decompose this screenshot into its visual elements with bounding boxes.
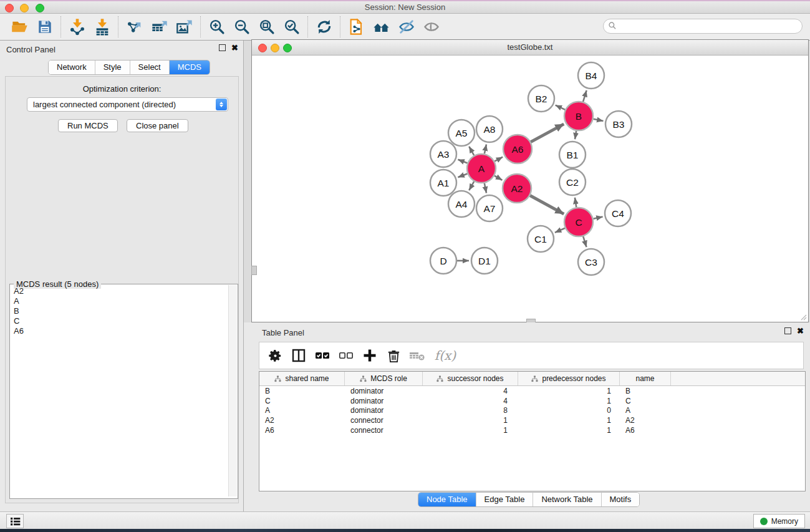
graph-edge[interactable] bbox=[494, 176, 503, 180]
graph-edge[interactable] bbox=[575, 198, 576, 208]
network-window-title: testGlobe.txt bbox=[252, 42, 808, 52]
graph-edge[interactable] bbox=[458, 160, 467, 163]
tab-style[interactable]: Style bbox=[95, 60, 130, 74]
panel-divider-handle[interactable] bbox=[251, 266, 257, 275]
dropdown-value: largest connected component (directed) bbox=[33, 100, 176, 109]
float-panel-icon[interactable] bbox=[219, 44, 226, 51]
resize-grip-icon[interactable] bbox=[801, 314, 807, 321]
graph-edge[interactable] bbox=[594, 119, 604, 121]
graph-edge[interactable] bbox=[458, 173, 467, 177]
column-header[interactable]: MCDS role bbox=[345, 372, 423, 385]
list-item[interactable]: A bbox=[10, 296, 227, 306]
graph-edge[interactable] bbox=[556, 105, 566, 110]
optimization-criterion-dropdown[interactable]: largest connected component (directed) bbox=[27, 97, 228, 112]
network-window-titlebar[interactable]: testGlobe.txt bbox=[252, 40, 808, 56]
zoom-out-icon[interactable] bbox=[229, 16, 254, 38]
list-item[interactable]: B bbox=[10, 306, 227, 316]
memory-button[interactable]: Memory bbox=[753, 514, 805, 528]
graph-edge[interactable] bbox=[530, 195, 564, 214]
tab-select[interactable]: Select bbox=[130, 60, 169, 74]
dropdown-stepper-icon bbox=[216, 99, 227, 110]
close-panel-icon[interactable]: ✖ bbox=[231, 44, 238, 51]
list-item[interactable]: A6 bbox=[10, 326, 227, 336]
zoom-fit-icon[interactable] bbox=[254, 16, 279, 38]
graph-node-label: C3 bbox=[585, 257, 597, 268]
delete-columns-icon[interactable] bbox=[383, 345, 404, 366]
search-input[interactable] bbox=[603, 19, 803, 34]
network-canvas[interactable]: B4B2BB3A8A5A6A3B1AA1C2A2A4A7C4CC1C3DD1 bbox=[252, 56, 808, 322]
graph-edge[interactable] bbox=[469, 181, 474, 190]
tab-mcds[interactable]: MCDS bbox=[169, 60, 210, 74]
export-table-icon[interactable] bbox=[147, 16, 172, 38]
graph-edge[interactable] bbox=[555, 228, 565, 233]
result-scrollbar[interactable] bbox=[228, 285, 237, 496]
table-row[interactable]: Adominator80A bbox=[259, 406, 805, 416]
import-network-icon[interactable] bbox=[65, 16, 90, 38]
column-header[interactable]: predecessor nodes bbox=[518, 372, 620, 385]
table-row[interactable]: Bdominator41B bbox=[259, 386, 805, 396]
column-header[interactable]: name bbox=[620, 372, 671, 385]
tab-edge-table[interactable]: Edge Table bbox=[476, 493, 533, 506]
control-panel: Control Panel ✖ Network Style Select MCD… bbox=[0, 41, 244, 511]
graph-edge[interactable] bbox=[583, 236, 586, 247]
float-panel-icon[interactable] bbox=[784, 327, 791, 334]
tab-node-table[interactable]: Node Table bbox=[418, 493, 476, 506]
table-panel-title: Table Panel bbox=[262, 328, 304, 337]
search-icon bbox=[608, 21, 617, 30]
close-panel-button[interactable]: Close panel bbox=[127, 119, 188, 132]
control-panel-title: Control Panel bbox=[6, 45, 55, 54]
clear-all-checks-icon[interactable] bbox=[335, 345, 357, 366]
hide-selected-icon[interactable] bbox=[394, 16, 419, 38]
network-view-window: testGlobe.txt B4B2BB3A8A5A6A3B1AA1C2A2A4… bbox=[251, 39, 809, 322]
graph-node-label: D1 bbox=[478, 256, 491, 266]
tab-motifs[interactable]: Motifs bbox=[601, 493, 640, 506]
desktop-sliver-top bbox=[0, 0, 810, 1]
graph-node-label: A bbox=[478, 163, 485, 174]
show-log-button[interactable] bbox=[6, 514, 24, 528]
import-table-icon[interactable] bbox=[90, 16, 115, 38]
zoom-in-icon[interactable] bbox=[205, 16, 229, 38]
tab-network-table[interactable]: Network Table bbox=[533, 493, 600, 506]
tab-network[interactable]: Network bbox=[49, 60, 95, 74]
new-network-from-selection-icon[interactable] bbox=[344, 16, 369, 38]
graph-node-label: C1 bbox=[534, 234, 547, 244]
save-session-icon[interactable] bbox=[32, 16, 57, 38]
first-neighbors-icon[interactable] bbox=[369, 16, 394, 38]
export-network-icon[interactable] bbox=[122, 16, 147, 38]
list-item[interactable]: A2 bbox=[10, 286, 227, 296]
graph-node-label: C bbox=[575, 217, 582, 228]
apply-layout-icon[interactable] bbox=[312, 16, 337, 38]
graph-edge[interactable] bbox=[485, 183, 486, 193]
apply-function-icon: f(x) bbox=[430, 345, 460, 366]
export-image-icon[interactable] bbox=[172, 16, 197, 38]
table-row[interactable]: A6connector11A6 bbox=[259, 425, 805, 435]
mcds-tab-panel: Optimization criterion: largest connecte… bbox=[5, 76, 239, 503]
table-row[interactable]: A2connector111A2 bbox=[259, 415, 805, 425]
graph-edge[interactable] bbox=[469, 147, 474, 155]
table-row[interactable]: Cdominator41C bbox=[259, 396, 805, 406]
show-all-icon[interactable] bbox=[419, 16, 444, 38]
column-header[interactable]: shared name bbox=[259, 372, 345, 385]
graph-edge[interactable] bbox=[531, 124, 564, 142]
list-icon bbox=[10, 517, 21, 526]
zoom-selected-icon[interactable] bbox=[279, 16, 304, 38]
column-header[interactable]: successor nodes bbox=[423, 372, 518, 385]
memory-status-icon bbox=[760, 518, 768, 525]
run-mcds-button[interactable]: Run MCDS bbox=[58, 119, 118, 132]
table-options-icon[interactable] bbox=[264, 345, 286, 366]
close-panel-icon[interactable]: ✖ bbox=[797, 327, 804, 334]
list-item[interactable]: C bbox=[10, 316, 227, 326]
network-graph[interactable]: B4B2BB3A8A5A6A3B1AA1C2A2A4A7C4CC1C3DD1 bbox=[252, 56, 808, 322]
search-field bbox=[603, 19, 803, 34]
add-column-icon[interactable] bbox=[359, 345, 380, 366]
mcds-result-list: A2 A B C A6 bbox=[10, 286, 227, 336]
select-all-checks-icon[interactable] bbox=[312, 345, 333, 366]
open-session-icon[interactable] bbox=[7, 16, 32, 38]
graph-edge[interactable] bbox=[593, 216, 602, 218]
mcds-result-group: MCDS result (5 nodes) A2 A B C A6 bbox=[9, 284, 238, 499]
graph-edge[interactable] bbox=[583, 90, 587, 102]
graph-edge[interactable] bbox=[575, 131, 576, 140]
show-columns-icon[interactable] bbox=[288, 345, 309, 366]
graph-edge[interactable] bbox=[494, 157, 503, 162]
graph-edge[interactable] bbox=[485, 144, 486, 153]
